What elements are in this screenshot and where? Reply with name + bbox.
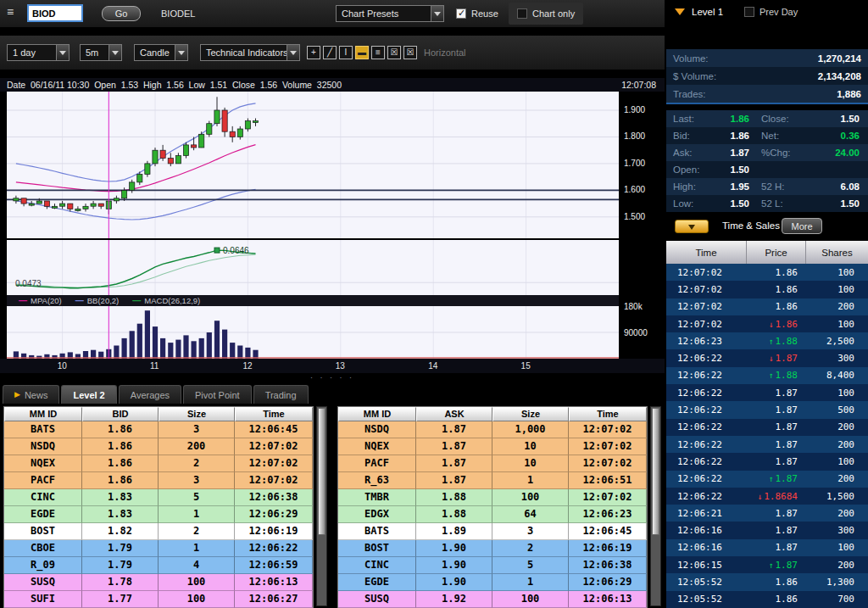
time-axis: 101112131415 [0, 359, 665, 373]
level2-row[interactable]: TMBR1.8810012:07:02 [338, 489, 647, 506]
size: 1 [159, 506, 235, 523]
price-tick: 1.500 [624, 212, 645, 221]
time-tick: 12 [242, 361, 252, 371]
price: 1.89 [416, 523, 492, 540]
time-tick: 14 [428, 361, 437, 371]
news-icon: ▶ [14, 391, 20, 399]
level2-row[interactable]: NSDQ1.871,00012:07:02 [338, 421, 647, 438]
vertical-line-tool-icon[interactable]: I [339, 46, 353, 59]
scrollbar-thumb[interactable] [652, 408, 659, 535]
time-sales-row: 12:06:15↑1.87200 [666, 556, 868, 573]
chart-presets-dropdown[interactable]: Chart Presets [336, 5, 444, 22]
trade-price: 1.87 [747, 388, 806, 399]
technical-indicators-dropdown[interactable]: Technical Indicators [200, 44, 300, 61]
chart-only-checkbox[interactable] [517, 8, 527, 19]
trade-shares: 2,500 [806, 336, 868, 347]
time-sales-row: 12:06:221.87200 [666, 436, 868, 453]
quote-label: Bid: [673, 131, 709, 141]
delete-line-tool-icon[interactable]: ☒ [387, 46, 401, 59]
interval-dropdown[interactable]: 5m [80, 44, 122, 61]
trade-price: ↑1.87 [747, 473, 806, 484]
trade-price-value: 1.87 [776, 525, 798, 536]
level2-row[interactable]: EGDE1.90112:06:29 [338, 574, 647, 591]
chart-type-dropdown[interactable]: Candle [134, 44, 188, 61]
level2-row[interactable]: R_631.87112:06:51 [338, 472, 647, 489]
tab-level-2[interactable]: Level 2 [61, 385, 116, 404]
column-header-time: Time [666, 241, 747, 264]
lines-list-tool-icon[interactable]: ≡ [371, 46, 385, 59]
column-header-size: Size [492, 407, 569, 421]
trade-price-value: 1.87 [776, 353, 798, 364]
time-sales-bar: Time & Sales More [666, 214, 868, 239]
level2-row[interactable]: SUSQ1.9210012:06:13 [338, 591, 647, 608]
tab-averages[interactable]: Averages [119, 385, 181, 404]
time-sales-title: Time & Sales [722, 220, 780, 231]
level2-row[interactable]: BOST1.90212:06:19 [338, 540, 647, 557]
level2-row[interactable]: R_091.79412:06:59 [4, 557, 313, 574]
mm-id: CBOE [4, 540, 82, 557]
level2-row[interactable]: BOST1.82212:06:19 [4, 523, 313, 540]
trade-time: 12:06:16 [666, 525, 747, 536]
chart-type-label: Candle [135, 47, 175, 58]
mm-id: NSDQ [4, 438, 82, 455]
quote-label: Ask: [673, 148, 709, 158]
more-button[interactable]: More [782, 218, 822, 234]
crosshair-tool-icon[interactable]: + [307, 46, 320, 59]
trade-shares: 200 [806, 473, 868, 484]
level2-row[interactable]: EDGX1.886412:06:23 [338, 506, 647, 523]
reuse-checkbox[interactable] [456, 8, 466, 19]
level1-stat-row: Trades:1,886 [666, 85, 868, 103]
size: 2 [159, 523, 235, 540]
trade-price: 1.87 [747, 542, 806, 553]
trade-price-value: 1.87 [776, 508, 798, 519]
menu-icon[interactable]: ≡ [7, 5, 14, 19]
scrollbar-thumb[interactable] [318, 408, 326, 535]
quote-row: High:1.9552 H:6.08 [666, 178, 868, 195]
tab-trading[interactable]: Trading [253, 385, 309, 404]
time-sales-dropdown[interactable] [675, 220, 709, 233]
level2-row[interactable]: SUFI1.7710012:06:27 [4, 591, 313, 608]
level2-row[interactable]: EGDE1.83112:06:29 [4, 506, 313, 523]
level2-row[interactable]: BATS1.86312:06:45 [4, 421, 313, 438]
level2-row[interactable]: CINC1.83512:06:38 [4, 489, 313, 506]
mm-id: NQEX [338, 438, 416, 455]
tab-pivot-point[interactable]: Pivot Point [183, 385, 252, 404]
level2-row[interactable]: BATS1.89312:06:45 [338, 523, 647, 540]
level2-row[interactable]: SUSQ1.7810012:06:13 [4, 574, 313, 591]
go-button[interactable]: Go [102, 6, 141, 21]
trade-shares: 100 [806, 284, 868, 295]
tab-news[interactable]: ▶News [3, 385, 59, 404]
level2-row[interactable]: PACF1.86312:07:02 [4, 472, 313, 489]
ask-table-scrollbar[interactable] [650, 406, 661, 606]
chart-scroll-dots[interactable]: · · · · · [0, 373, 665, 383]
level2-row[interactable]: NQEX1.871012:07:02 [338, 438, 647, 455]
level2-row[interactable]: NSDQ1.8620012:07:02 [4, 438, 313, 455]
period-dropdown[interactable]: 1 day [7, 44, 70, 61]
size: 5 [159, 489, 235, 506]
prev-day-checkbox[interactable] [744, 7, 754, 17]
bid-table-scrollbar[interactable] [316, 406, 327, 606]
downtick-arrow-icon: ↓ [757, 492, 762, 501]
reuse-label: Reuse [471, 8, 498, 19]
price: 1.90 [416, 557, 492, 574]
level2-row[interactable]: CINC1.90512:06:38 [338, 557, 647, 574]
level1-header: Level 1 Prev Day [666, 0, 868, 25]
horizontal-line-tool-icon[interactable]: ▬ [355, 46, 369, 59]
price-chart[interactable]: 0.06460.0473 [7, 92, 619, 359]
time-sales-row: 12:07:02↓1.86100 [666, 315, 868, 332]
trade-shares: 200 [806, 421, 868, 432]
size: 3 [159, 472, 235, 489]
size: 4 [159, 557, 235, 574]
price: 1.78 [82, 574, 159, 591]
symbol-input[interactable] [27, 4, 83, 22]
level2-row[interactable]: PACF1.871012:07:02 [338, 455, 647, 472]
column-header-mm-id: MM ID [4, 407, 82, 421]
trendline-tool-icon[interactable]: ╱ [323, 46, 337, 59]
delete-all-lines-tool-icon[interactable]: ☒ [403, 46, 417, 59]
stat-label: Trades: [673, 89, 706, 99]
level1-collapse-icon[interactable] [675, 8, 685, 15]
trade-price: ↑1.88 [747, 370, 806, 381]
level2-row[interactable]: NQEX1.86212:07:02 [4, 455, 313, 472]
quote-label: 52 H: [761, 181, 807, 192]
level2-row[interactable]: CBOE1.79112:06:22 [4, 540, 313, 557]
